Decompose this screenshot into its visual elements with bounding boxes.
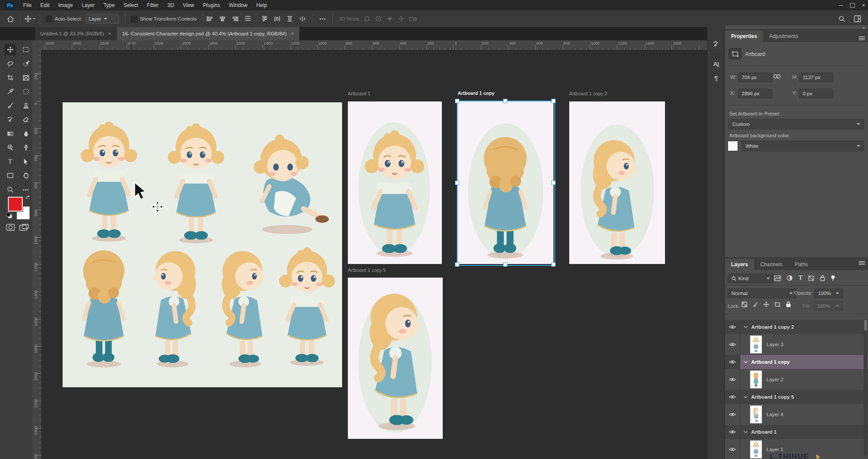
menu-plugins[interactable]: Plugins bbox=[199, 0, 224, 10]
menu-layer[interactable]: Layer bbox=[77, 0, 98, 10]
selection-handle[interactable] bbox=[455, 99, 459, 103]
layer-row[interactable]: Layer 3 bbox=[725, 334, 868, 355]
3d-pan-icon[interactable] bbox=[386, 15, 393, 22]
selection-handle[interactable] bbox=[503, 99, 508, 103]
close-icon[interactable]: × bbox=[291, 31, 294, 37]
gradient-tool[interactable] bbox=[4, 128, 16, 139]
eraser-tool[interactable] bbox=[20, 114, 32, 125]
tab-channels[interactable]: Channels bbox=[754, 259, 789, 270]
artboard-label-1-copy-2[interactable]: Artboard 1 copy 2 bbox=[569, 91, 607, 96]
layer-thumbnail[interactable] bbox=[750, 440, 762, 459]
healing-patch-tool[interactable] bbox=[20, 86, 32, 97]
link-dimensions-icon[interactable] bbox=[773, 73, 781, 80]
layers-scrollbar[interactable] bbox=[864, 319, 868, 456]
artboard-label-1[interactable]: Artboard 1 bbox=[348, 91, 370, 96]
horizontal-ruler[interactable]: 3000 2800 2600 2400 2200 2000 1800 1600 … bbox=[41, 40, 707, 50]
visibility-toggle[interactable] bbox=[725, 355, 740, 369]
screen-mode-button[interactable] bbox=[19, 224, 29, 232]
visibility-toggle[interactable] bbox=[725, 425, 740, 439]
pen-tool[interactable] bbox=[20, 142, 32, 153]
lock-image-pixels-icon[interactable] bbox=[752, 302, 758, 307]
3d-camera-icon[interactable] bbox=[409, 16, 417, 22]
canvas-pasteboard[interactable]: Artboard 1 Artboard 1 copy Artboard 1 co… bbox=[41, 50, 707, 459]
distribute-vertical-icon[interactable] bbox=[287, 16, 293, 22]
selection-handle[interactable] bbox=[551, 262, 556, 267]
3d-orbit-icon[interactable] bbox=[364, 15, 371, 22]
show-transform-checkbox[interactable] bbox=[131, 16, 137, 22]
swap-colors-icon[interactable] bbox=[25, 195, 31, 202]
move-tool[interactable] bbox=[4, 44, 16, 56]
selection-handle[interactable] bbox=[551, 99, 556, 103]
layer-row-group[interactable]: Artboard 1 copy 2 bbox=[725, 320, 868, 334]
hand-tool[interactable] bbox=[20, 170, 32, 181]
menu-filter[interactable]: Filter bbox=[143, 0, 163, 10]
tab-untitled-1[interactable]: Untitled-1 @ 33.3% (RGB/8) × bbox=[35, 27, 117, 40]
foreground-color-swatch[interactable] bbox=[8, 197, 23, 212]
menu-help[interactable]: Help bbox=[252, 0, 271, 10]
layer-row-group-selected[interactable]: Artboard 1 copy bbox=[725, 355, 868, 369]
history-panel-icon[interactable] bbox=[710, 38, 722, 51]
distribute-horizontal-icon[interactable] bbox=[274, 16, 280, 22]
menu-window[interactable]: Window bbox=[225, 0, 252, 10]
close-icon[interactable]: × bbox=[108, 31, 111, 37]
minimize-icon[interactable] bbox=[839, 5, 843, 6]
tab-paths[interactable]: Paths bbox=[788, 259, 814, 270]
close-icon[interactable]: × bbox=[862, 2, 865, 9]
clone-stamp-tool[interactable] bbox=[20, 100, 32, 111]
artboard-1-copy-5[interactable] bbox=[348, 278, 443, 439]
filter-shape-layers-icon[interactable] bbox=[808, 275, 814, 281]
history-brush-tool[interactable] bbox=[4, 114, 16, 125]
lock-transparent-pixels-icon[interactable] bbox=[742, 302, 747, 307]
layer-row[interactable]: Layer 4 bbox=[725, 404, 868, 425]
menu-3d[interactable]: 3D bbox=[163, 0, 178, 10]
visibility-toggle[interactable] bbox=[725, 320, 740, 334]
crop-tool[interactable] bbox=[4, 72, 16, 83]
eyedropper-tool[interactable] bbox=[4, 86, 16, 97]
visibility-toggle[interactable] bbox=[725, 334, 740, 355]
menu-image[interactable]: Image bbox=[54, 0, 77, 10]
filter-smart-objects-icon[interactable] bbox=[820, 275, 825, 281]
visibility-toggle[interactable] bbox=[725, 390, 740, 404]
home-button[interactable] bbox=[4, 13, 17, 24]
path-selection-tool[interactable] bbox=[20, 156, 32, 167]
lock-position-icon[interactable] bbox=[763, 302, 769, 307]
selection-handle[interactable] bbox=[455, 181, 459, 185]
default-colors-icon[interactable] bbox=[6, 212, 12, 220]
tab-character-design[interactable]: 16- Consistent Character design.psd @ 40… bbox=[117, 27, 299, 40]
3d-roll-icon[interactable] bbox=[375, 15, 382, 22]
auto-select-checkbox[interactable] bbox=[46, 16, 52, 22]
panel-menu-icon[interactable] bbox=[859, 261, 865, 265]
photoshop-logo[interactable]: Ps bbox=[5, 2, 15, 9]
panel-menu-icon[interactable] bbox=[859, 36, 865, 40]
artboard-label-1-copy-5[interactable]: Artboard 1 copy 5 bbox=[348, 268, 386, 273]
frame-tool[interactable] bbox=[20, 72, 32, 83]
visibility-toggle[interactable] bbox=[725, 439, 740, 459]
layer-thumbnail[interactable] bbox=[750, 405, 762, 424]
align-horizontal-centers-icon[interactable] bbox=[219, 16, 226, 22]
distribute-top-icon[interactable] bbox=[261, 16, 268, 22]
artboard-1-copy-2[interactable] bbox=[569, 101, 665, 264]
lock-artboard-nesting-icon[interactable] bbox=[774, 302, 780, 307]
rectangle-tool[interactable] bbox=[4, 170, 16, 181]
layer-row-group[interactable]: Artboard 1 bbox=[725, 425, 868, 439]
bg-color-dropdown[interactable]: White bbox=[742, 141, 864, 151]
filter-adjustment-layers-icon[interactable] bbox=[787, 275, 793, 281]
tab-adjustments[interactable]: Adjustments bbox=[763, 31, 804, 42]
ruler-corner[interactable] bbox=[32, 40, 42, 50]
maximize-icon[interactable] bbox=[850, 3, 855, 8]
auto-select-target-dropdown[interactable]: Layer bbox=[86, 14, 119, 24]
workspace-switcher-icon[interactable] bbox=[854, 15, 861, 22]
type-tool[interactable]: T bbox=[4, 156, 16, 167]
chevron-down-icon[interactable] bbox=[744, 361, 748, 363]
tab-layers[interactable]: Layers bbox=[725, 259, 754, 270]
layer-thumbnail[interactable] bbox=[750, 370, 762, 389]
layer-filter-kind-dropdown[interactable]: Kind bbox=[728, 274, 774, 283]
menu-file[interactable]: File bbox=[19, 0, 35, 10]
fill-dropdown[interactable]: 100% bbox=[813, 301, 843, 311]
character-panel-icon[interactable]: A| bbox=[710, 58, 722, 70]
dodge-tool[interactable] bbox=[4, 142, 16, 153]
lock-all-icon[interactable] bbox=[786, 301, 791, 307]
quick-selection-tool[interactable] bbox=[20, 58, 32, 70]
layer-row[interactable]: Layer 2 bbox=[725, 369, 868, 390]
filter-pixel-layers-icon[interactable] bbox=[774, 275, 781, 281]
